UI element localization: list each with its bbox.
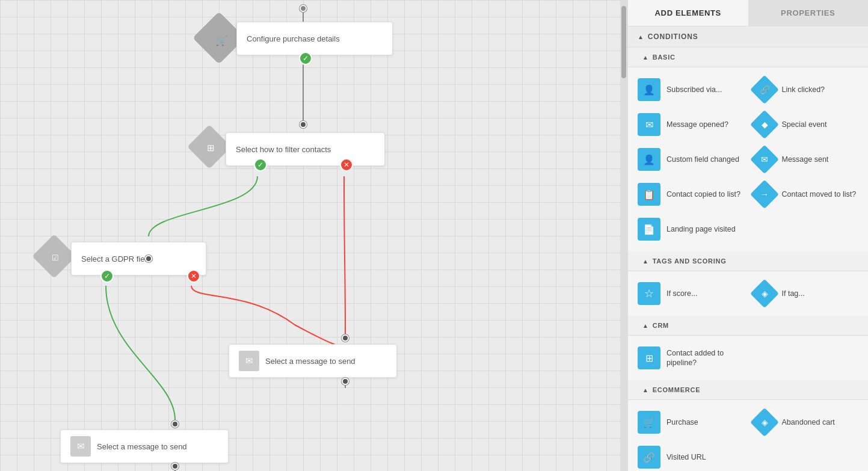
custom-field-item[interactable]: 👤 Custom field changed — [633, 142, 748, 177]
contact-moved-icon-wrap: → — [753, 183, 776, 206]
crm-grid: ⊞ Contact added to pipeline? — [628, 336, 868, 380]
filter-contacts-node[interactable]: Select how to filter contacts — [226, 132, 385, 166]
abandoned-cart-item[interactable]: ◈ Abandoned cart — [748, 405, 864, 440]
gdpr-no-badge: ✕ — [187, 269, 200, 283]
custom-field-label: Custom field changed — [666, 155, 739, 164]
contact-pipeline-label: Contact added to pipeline? — [666, 348, 743, 368]
landing-page-item[interactable]: 📄 Landing page visited — [633, 212, 748, 247]
ecommerce-header[interactable]: ▲ ECOMMERCE — [628, 380, 868, 400]
link-clicked-label: Link clicked? — [782, 85, 825, 94]
msg-sent-icon-wrap: ✉ — [753, 148, 776, 171]
connections-svg — [0, 0, 620, 471]
configure-check-badge: ✓ — [299, 52, 312, 65]
msg-bottom-bottom-connector — [171, 463, 179, 470]
link-clicked-icon-wrap: 🔗 — [753, 78, 776, 101]
subscribed-label: Subscribed via... — [666, 85, 722, 94]
tab-properties[interactable]: PROPERTIES — [748, 0, 869, 26]
custom-field-icon-wrap: 👤 — [638, 148, 660, 171]
special-event-icon-wrap: ◆ — [753, 113, 776, 136]
visited-url-item[interactable]: 🔗 Visited URL — [633, 440, 748, 471]
scrollbar[interactable] — [620, 0, 627, 471]
contact-moved-icon: → — [749, 180, 778, 209]
message-opened-item[interactable]: ✉ Message opened? — [633, 107, 748, 142]
conditions-header[interactable]: ▲ CONDITIONS — [628, 26, 868, 48]
landing-page-icon: 📄 — [638, 218, 660, 241]
right-panel: ADD ELEMENTS PROPERTIES ▲ CONDITIONS ▲ B… — [627, 0, 868, 471]
ecommerce-arrow: ▲ — [642, 387, 649, 393]
msg-opened-icon-wrap: ✉ — [638, 113, 660, 136]
msg-opened-icon: ✉ — [638, 113, 660, 136]
basic-label: BASIC — [653, 54, 676, 61]
tags-label: TAGS AND SCORING — [653, 257, 727, 265]
contact-pipeline-icon-wrap: ⊞ — [638, 346, 660, 369]
ecommerce-grid: 🛒 Purchase ◈ Abandoned cart 🔗 Visited UR… — [628, 400, 868, 471]
crm-label: CRM — [653, 322, 669, 329]
subscribed-icon-wrap: 👤 — [638, 78, 660, 101]
subscribed-item[interactable]: 👤 Subscribed via... — [633, 72, 748, 107]
top-connector-purchase — [300, 5, 307, 12]
tags-header[interactable]: ▲ TAGS AND SCORING — [628, 251, 868, 271]
conditions-label: CONDITIONS — [648, 32, 698, 41]
purchase-icon: 🛒 — [638, 411, 660, 434]
special-event-item[interactable]: ◆ Special event — [748, 107, 864, 142]
if-tag-icon: ◈ — [749, 279, 778, 308]
if-score-label: If score... — [666, 289, 697, 298]
message-bottom-node[interactable]: ✉ Select a message to send — [60, 429, 229, 463]
basic-header[interactable]: ▲ BASIC — [628, 48, 868, 67]
gdpr-left-connector — [145, 255, 152, 262]
custom-field-icon: 👤 — [638, 148, 660, 171]
visited-url-icon: 🔗 — [638, 446, 660, 469]
subscribed-icon: 👤 — [638, 78, 660, 101]
gdpr-yes-badge: ✓ — [100, 269, 114, 283]
tags-arrow: ▲ — [642, 258, 649, 265]
filter-yes-badge: ✓ — [254, 158, 267, 171]
landing-page-icon-wrap: 📄 — [638, 218, 660, 241]
contact-copied-label: Contact copied to list? — [666, 189, 740, 199]
panel-tabs: ADD ELEMENTS PROPERTIES — [628, 0, 868, 26]
visited-url-icon-wrap: 🔗 — [638, 446, 660, 469]
message-sent-item[interactable]: ✉ Message sent — [748, 142, 864, 177]
crm-arrow: ▲ — [642, 322, 649, 329]
scrollbar-thumb[interactable] — [621, 6, 626, 78]
if-tag-item[interactable]: ◈ If tag... — [748, 276, 864, 311]
link-clicked-item[interactable]: 🔗 Link clicked? — [748, 72, 864, 107]
contact-copied-icon: 📋 — [638, 183, 660, 206]
msg-opened-label: Message opened? — [666, 120, 728, 129]
contact-moved-label: Contact moved to list? — [782, 189, 857, 199]
purchase-icon-wrap: 🛒 — [638, 411, 660, 434]
contact-pipeline-icon: ⊞ — [638, 346, 660, 369]
if-score-item[interactable]: ☆ If score... — [633, 276, 748, 311]
msg-mid-bottom-connector — [342, 378, 349, 385]
landing-page-label: Landing page visited — [666, 224, 736, 234]
canvas[interactable]: 🛒 Configure purchase details ✓ ⊞ Select … — [0, 0, 620, 471]
conditions-arrow: ▲ — [638, 34, 644, 40]
link-clicked-icon: 🔗 — [749, 75, 778, 104]
special-event-icon: ◆ — [749, 110, 778, 139]
contact-pipeline-item[interactable]: ⊞ Contact added to pipeline? — [633, 340, 748, 375]
crm-header[interactable]: ▲ CRM — [628, 316, 868, 336]
purchase-item[interactable]: 🛒 Purchase — [633, 405, 748, 440]
if-score-icon-wrap: ☆ — [638, 282, 660, 305]
contact-moved-item[interactable]: → Contact moved to list? — [748, 177, 864, 212]
msg-mid-top-connector — [342, 334, 349, 342]
configure-purchase-node[interactable]: Configure purchase details — [236, 22, 393, 55]
msg-sent-icon: ✉ — [749, 145, 778, 174]
section-conditions: ▲ CONDITIONS ▲ BASIC 👤 Subscribed via...… — [628, 26, 868, 471]
special-event-label: Special event — [782, 120, 827, 129]
tags-grid: ☆ If score... ◈ If tag... — [628, 271, 868, 316]
abandoned-cart-icon: ◈ — [749, 408, 778, 437]
filter-diamond-node: ⊞ — [194, 131, 227, 165]
message-mid-node[interactable]: ✉ Select a message to send — [229, 344, 397, 378]
if-score-icon: ☆ — [638, 282, 660, 305]
basic-grid: 👤 Subscribed via... 🔗 Link clicked? ✉ Me… — [628, 67, 868, 251]
tab-add-elements[interactable]: ADD ELEMENTS — [628, 0, 748, 26]
filter-no-badge: ✕ — [340, 158, 353, 171]
contact-copied-icon-wrap: 📋 — [638, 183, 660, 206]
ecommerce-label: ECOMMERCE — [653, 386, 701, 393]
contact-copied-item[interactable]: 📋 Contact copied to list? — [633, 177, 748, 212]
if-tag-label: If tag... — [782, 289, 805, 298]
gdpr-node[interactable]: Select a GDPR field — [71, 242, 206, 276]
mid-connector-1 — [300, 121, 307, 128]
purchase-label: Purchase — [666, 417, 698, 427]
visited-url-label: Visited URL — [666, 452, 706, 462]
